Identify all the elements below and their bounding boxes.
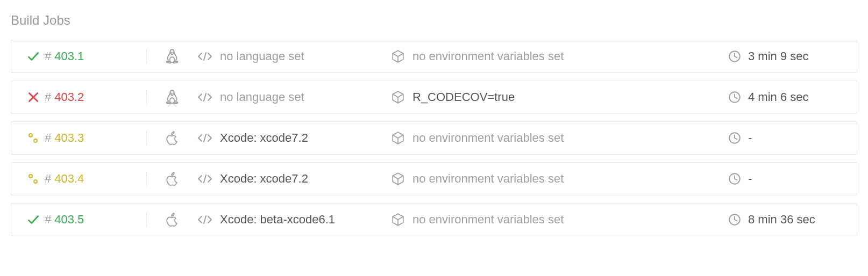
linux-icon [147, 48, 197, 64]
job-id-cell: #403.2 [45, 90, 147, 104]
duration-text: 8 min 36 sec [748, 213, 815, 227]
language-cell: no language set [197, 49, 391, 63]
job-id-cell: #403.5 [45, 213, 147, 227]
box-icon [391, 131, 405, 145]
env-cell: no environment variables set [391, 131, 728, 145]
duration-cell: 4 min 6 sec [728, 90, 846, 104]
language-text: Xcode: xcode7.2 [220, 172, 308, 186]
job-row[interactable]: #403.1 no language set no environment va… [11, 40, 857, 73]
job-row[interactable]: #403.2 no language set R_CODECOV=true 4 … [11, 81, 857, 114]
svg-line-11 [204, 93, 206, 101]
env-text: R_CODECOV=true [412, 90, 515, 104]
env-text: no environment variables set [412, 131, 564, 145]
svg-point-15 [34, 139, 37, 142]
hash-icon: # [45, 49, 51, 63]
language-cell: Xcode: xcode7.2 [197, 131, 391, 145]
duration-text: - [748, 172, 752, 186]
language-text: Xcode: xcode7.2 [220, 131, 308, 145]
hash-icon: # [45, 131, 51, 145]
clock-icon [728, 213, 742, 227]
svg-point-14 [29, 134, 32, 137]
duration-text: - [748, 131, 752, 145]
hash-icon: # [45, 90, 51, 104]
env-cell: no environment variables set [391, 49, 728, 63]
svg-point-9 [170, 93, 172, 94]
duration-cell: 3 min 9 sec [728, 49, 846, 63]
apple-icon [147, 212, 197, 228]
env-cell: no environment variables set [391, 213, 728, 227]
box-icon [391, 213, 405, 227]
job-id-cell: #403.1 [45, 49, 147, 63]
duration-cell: - [728, 172, 846, 186]
language-text: no language set [220, 49, 304, 63]
job-id-cell: #403.4 [45, 172, 147, 186]
hash-icon: # [45, 172, 51, 186]
job-list: #403.1 no language set no environment va… [11, 40, 857, 236]
pending-status-icon [22, 172, 45, 185]
duration-cell: - [728, 131, 846, 145]
clock-icon [728, 90, 742, 104]
linux-icon [147, 89, 197, 105]
svg-point-1 [170, 52, 172, 53]
job-row[interactable]: #403.5 Xcode: beta-xcode6.1 no environme… [11, 203, 857, 236]
section-title: Build Jobs [11, 13, 857, 28]
env-text: no environment variables set [412, 172, 564, 186]
env-text: no environment variables set [412, 213, 564, 227]
clock-icon [728, 172, 742, 186]
language-cell: no language set [197, 90, 391, 104]
duration-text: 4 min 6 sec [748, 90, 809, 104]
job-row[interactable]: #403.4 Xcode: xcode7.2 no environment va… [11, 162, 857, 195]
env-text: no environment variables set [412, 49, 564, 63]
code-icon [197, 91, 212, 104]
env-cell: no environment variables set [391, 172, 728, 186]
box-icon [391, 172, 405, 186]
svg-point-10 [173, 93, 174, 94]
passed-status-icon [22, 213, 45, 227]
job-row[interactable]: #403.3 Xcode: xcode7.2 no environment va… [11, 121, 857, 155]
code-icon [197, 172, 212, 185]
clock-icon [728, 49, 742, 63]
job-number: 403.1 [54, 49, 84, 63]
box-icon [391, 49, 405, 63]
language-cell: Xcode: xcode7.2 [197, 172, 391, 186]
svg-line-16 [204, 134, 206, 142]
svg-point-20 [34, 180, 37, 183]
env-cell: R_CODECOV=true [391, 90, 728, 104]
hash-icon: # [45, 213, 51, 227]
box-icon [391, 90, 405, 104]
svg-line-24 [204, 216, 206, 223]
code-icon [197, 213, 212, 226]
language-text: Xcode: beta-xcode6.1 [220, 213, 335, 227]
language-cell: Xcode: beta-xcode6.1 [197, 213, 391, 227]
job-number: 403.2 [54, 90, 84, 104]
job-number: 403.5 [54, 213, 84, 227]
language-text: no language set [220, 90, 304, 104]
svg-point-19 [29, 175, 32, 178]
apple-icon [147, 130, 197, 146]
job-number: 403.3 [54, 131, 84, 145]
duration-cell: 8 min 36 sec [728, 213, 846, 227]
apple-icon [147, 171, 197, 187]
svg-point-2 [173, 52, 174, 53]
code-icon [197, 50, 212, 63]
duration-text: 3 min 9 sec [748, 49, 809, 63]
pending-status-icon [22, 132, 45, 144]
job-id-cell: #403.3 [45, 131, 147, 145]
clock-icon [728, 131, 742, 145]
passed-status-icon [22, 49, 45, 63]
job-number: 403.4 [54, 172, 84, 186]
code-icon [197, 132, 212, 144]
failed-status-icon [22, 90, 45, 104]
svg-line-3 [204, 53, 206, 60]
svg-line-21 [204, 175, 206, 183]
